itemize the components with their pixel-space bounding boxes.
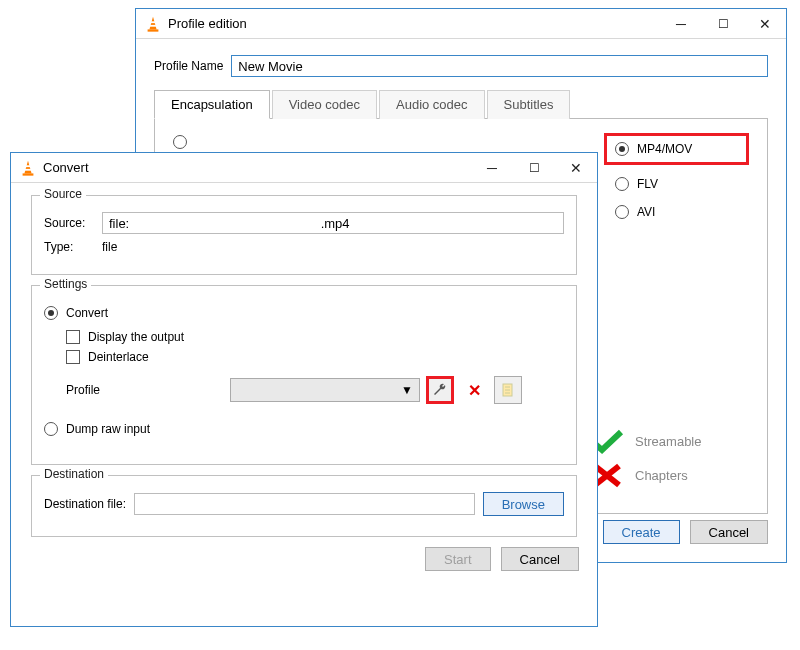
svg-rect-2	[151, 21, 156, 23]
minimize-button[interactable]: ─	[471, 153, 513, 183]
radio-mp4-mov[interactable]	[615, 142, 629, 156]
convert-body: Source Source: Type: file Settings Conve…	[11, 183, 597, 585]
svg-rect-9	[25, 168, 31, 170]
radio-avi-label: AVI	[637, 205, 655, 219]
settings-fieldset: Settings Convert Display the output Dein…	[31, 285, 577, 465]
window-title: Convert	[37, 160, 471, 175]
profile-label: Profile	[66, 383, 216, 397]
radio-dump-raw-label: Dump raw input	[66, 422, 150, 436]
svg-rect-8	[26, 165, 31, 167]
destination-legend: Destination	[40, 467, 108, 481]
deinterlace-label: Deinterlace	[88, 350, 149, 364]
tab-video-codec[interactable]: Video codec	[272, 90, 377, 119]
edit-profile-button[interactable]	[426, 376, 454, 404]
type-label: Type:	[44, 240, 94, 254]
cancel-button[interactable]: Cancel	[690, 520, 768, 544]
destination-file-input[interactable]	[134, 493, 475, 515]
tab-encapsulation[interactable]: Encapsulation	[154, 90, 270, 119]
source-legend: Source	[40, 187, 86, 201]
profile-name-label: Profile Name	[154, 59, 223, 73]
tab-audio-codec[interactable]: Audio codec	[379, 90, 485, 119]
radio-flv-label: FLV	[637, 177, 658, 191]
vlc-cone-icon	[19, 159, 37, 177]
new-profile-button[interactable]	[494, 376, 522, 404]
convert-window: Convert ─ ☐ ✕ Source Source: Type: file …	[10, 152, 598, 627]
radio-hidden-1[interactable]	[173, 135, 187, 149]
window-title: Profile edition	[162, 16, 660, 31]
radio-mp4-mov-label: MP4/MOV	[637, 142, 692, 156]
close-button[interactable]: ✕	[744, 9, 786, 39]
feature-streamable: Streamable	[589, 427, 749, 455]
checkbox-display-output[interactable]	[66, 330, 80, 344]
start-button[interactable]: Start	[425, 547, 490, 571]
settings-legend: Settings	[40, 277, 91, 291]
radio-mp4-mov-highlight: MP4/MOV	[604, 133, 749, 165]
svg-rect-3	[150, 24, 156, 26]
create-button[interactable]: Create	[603, 520, 680, 544]
maximize-button[interactable]: ☐	[702, 9, 744, 39]
display-output-label: Display the output	[88, 330, 184, 344]
type-value: file	[102, 240, 117, 254]
destination-fieldset: Destination Destination file: Browse	[31, 475, 577, 537]
svg-rect-7	[23, 173, 34, 175]
chevron-down-icon: ▼	[401, 383, 413, 397]
source-fieldset: Source Source: Type: file	[31, 195, 577, 275]
tab-strip: Encapsulation Video codec Audio codec Su…	[154, 89, 768, 119]
profile-name-input[interactable]	[231, 55, 768, 77]
vlc-cone-icon	[144, 15, 162, 33]
svg-rect-1	[148, 29, 159, 31]
profile-dropdown[interactable]: ▼	[230, 378, 420, 402]
radio-flv[interactable]	[615, 177, 629, 191]
minimize-button[interactable]: ─	[660, 9, 702, 39]
radio-convert-label: Convert	[66, 306, 108, 320]
browse-button[interactable]: Browse	[483, 492, 564, 516]
wrench-icon	[432, 382, 448, 398]
radio-dump-raw[interactable]	[44, 422, 58, 436]
feature-chapters-label: Chapters	[635, 468, 688, 483]
titlebar: Profile edition ─ ☐ ✕	[136, 9, 786, 39]
destination-file-label: Destination file:	[44, 497, 126, 511]
maximize-button[interactable]: ☐	[513, 153, 555, 183]
feature-chapters: Chapters	[589, 461, 749, 489]
close-button[interactable]: ✕	[555, 153, 597, 183]
cancel-button[interactable]: Cancel	[501, 547, 579, 571]
source-label: Source:	[44, 216, 94, 230]
radio-convert[interactable]	[44, 306, 58, 320]
delete-profile-button[interactable]: ✕	[460, 376, 488, 404]
svg-marker-6	[24, 160, 31, 173]
checkbox-deinterlace[interactable]	[66, 350, 80, 364]
new-doc-icon	[500, 382, 516, 398]
feature-streamable-label: Streamable	[635, 434, 701, 449]
tab-subtitles[interactable]: Subtitles	[487, 90, 571, 119]
source-input[interactable]	[102, 212, 564, 234]
radio-avi[interactable]	[615, 205, 629, 219]
titlebar: Convert ─ ☐ ✕	[11, 153, 597, 183]
